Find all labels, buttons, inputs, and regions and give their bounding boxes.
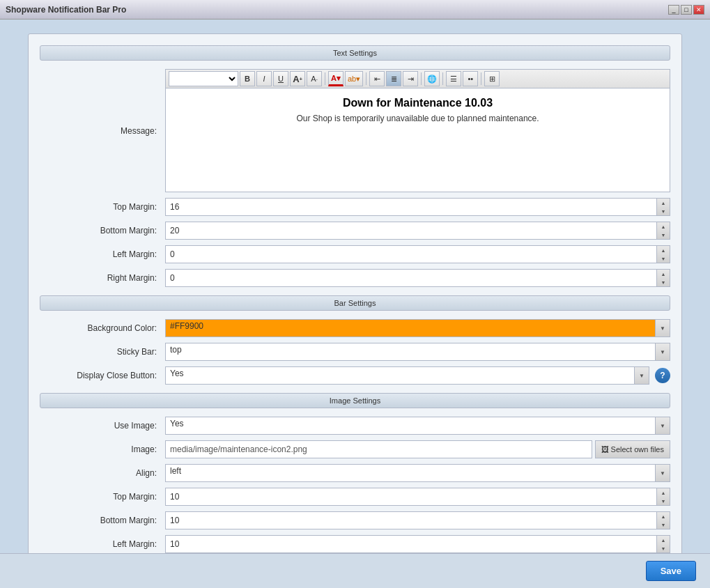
text-top-margin-down[interactable]: ▼ [657, 207, 670, 215]
img-bottom-margin-spinner: ▲ ▼ [656, 511, 670, 529]
bar-settings-header: Bar Settings [40, 295, 670, 311]
bg-color-label: Background Color: [40, 323, 165, 333]
text-right-margin-down[interactable]: ▼ [657, 278, 670, 286]
message-editor: B I U A+ A- A▾ ab▾ ⇤ ≣ ⇥ 🌐 [165, 69, 670, 192]
image-settings-header: Image Settings [40, 393, 670, 408]
text-top-margin-control: ▲ ▼ [165, 198, 670, 216]
font-select[interactable] [169, 71, 238, 86]
close-btn-label: Display Close Button: [40, 371, 165, 380]
sticky-bar-row: Sticky Bar: top ▼ [40, 343, 670, 361]
window-controls: _ □ ✕ [668, 5, 704, 15]
use-image-row: Use Image: Yes ▼ [40, 417, 670, 435]
text-bottom-margin-label: Bottom Margin: [40, 226, 165, 235]
message-label: Message: [40, 126, 165, 136]
align-arrow[interactable]: ▼ [655, 464, 670, 482]
text-left-margin-control: ▲ ▼ [165, 245, 670, 263]
toolbar-divider-2 [366, 72, 366, 85]
img-top-margin-label: Top Margin: [40, 492, 165, 502]
text-left-margin-down[interactable]: ▼ [657, 254, 670, 263]
bg-color-input[interactable]: #FF9900 [165, 319, 655, 337]
img-top-margin-down[interactable]: ▼ [657, 497, 670, 505]
underline-button[interactable]: U [273, 71, 288, 86]
text-bottom-margin-control: ▲ ▼ [165, 222, 670, 240]
use-image-input[interactable]: Yes [165, 417, 655, 435]
sticky-bar-control: top ▼ [165, 343, 670, 361]
close-btn-control: Yes ▼ ? [165, 366, 670, 385]
img-bottom-margin-up[interactable]: ▲ [657, 512, 670, 520]
close-btn-arrow[interactable]: ▼ [634, 366, 649, 385]
align-center-button[interactable]: ≣ [386, 71, 401, 86]
toolbar-divider-5 [481, 72, 481, 85]
img-top-margin-input[interactable] [165, 488, 656, 506]
minimize-button[interactable]: _ [668, 5, 679, 15]
img-top-margin-up[interactable]: ▲ [657, 488, 670, 497]
maximize-button[interactable]: □ [681, 5, 692, 15]
img-left-margin-up[interactable]: ▲ [657, 536, 670, 544]
bold-button[interactable]: B [240, 71, 255, 86]
use-image-arrow[interactable]: ▼ [655, 417, 670, 435]
content-area: Text Settings Message: B I U A+ A- A▾ [0, 20, 710, 553]
img-bottom-margin-down[interactable]: ▼ [657, 520, 670, 529]
text-right-margin-input[interactable] [165, 269, 656, 287]
text-top-margin-up[interactable]: ▲ [657, 199, 670, 207]
link-button[interactable]: 🌐 [424, 71, 440, 86]
sticky-bar-arrow[interactable]: ▼ [655, 343, 670, 361]
select-files-button[interactable]: 🖼 Select own files [595, 440, 670, 458]
image-path-input[interactable] [165, 440, 592, 458]
editor-heading: Down for Maintenance 10.03 [174, 97, 661, 109]
img-bottom-margin-row: Bottom Margin: ▲ ▼ [40, 511, 670, 529]
img-left-margin-input[interactable] [165, 535, 656, 553]
img-left-margin-row: Left Margin: ▲ ▼ [40, 535, 670, 553]
toolbar-divider-4 [442, 72, 443, 85]
align-left-button[interactable]: ⇤ [369, 71, 385, 86]
unordered-list-button[interactable]: •• [463, 71, 478, 86]
font-size-up-button[interactable]: A+ [290, 71, 305, 86]
img-bottom-margin-control: ▲ ▼ [165, 511, 670, 529]
image-path-control: 🖼 Select own files [165, 440, 670, 458]
text-left-margin-label: Left Margin: [40, 249, 165, 259]
img-top-margin-row: Top Margin: ▲ ▼ [40, 488, 670, 506]
toolbar-divider-3 [421, 72, 422, 85]
text-right-margin-up[interactable]: ▲ [657, 270, 670, 278]
save-button[interactable]: Save [646, 561, 696, 581]
img-top-margin-control: ▲ ▼ [165, 488, 670, 506]
font-color-button[interactable]: A▾ [328, 71, 344, 86]
editor-body-text: Our Shop is temporarily unavailable due … [174, 114, 661, 123]
image-path-row: Image: 🖼 Select own files [40, 440, 670, 458]
sticky-bar-label: Sticky Bar: [40, 347, 165, 357]
window-title: Shopware Notification Bar Pro [6, 5, 668, 15]
align-label: Align: [40, 468, 165, 478]
titlebar: Shopware Notification Bar Pro _ □ ✕ [0, 0, 710, 20]
close-btn-input[interactable]: Yes [165, 366, 634, 385]
text-right-margin-spinner: ▲ ▼ [656, 269, 670, 287]
close-button[interactable]: ✕ [693, 5, 704, 15]
img-left-margin-spinner: ▲ ▼ [656, 535, 670, 553]
font-size-down-button[interactable]: A- [307, 71, 322, 86]
align-control: left ▼ [165, 464, 670, 482]
help-button[interactable]: ? [655, 368, 670, 383]
sticky-bar-input[interactable]: top [165, 343, 655, 361]
main-panel: Text Settings Message: B I U A+ A- A▾ [28, 33, 682, 553]
ordered-list-button[interactable]: ☰ [446, 71, 461, 86]
bg-color-row: Background Color: #FF9900 ▼ [40, 319, 670, 337]
italic-button[interactable]: I [256, 71, 272, 86]
text-left-margin-up[interactable]: ▲ [657, 246, 670, 254]
bg-color-arrow[interactable]: ▼ [655, 319, 670, 337]
text-left-margin-input[interactable] [165, 245, 656, 263]
text-bottom-margin-down[interactable]: ▼ [657, 231, 670, 239]
text-bottom-margin-up[interactable]: ▲ [657, 222, 670, 231]
text-left-margin-spinner: ▲ ▼ [656, 245, 670, 263]
highlight-button[interactable]: ab▾ [345, 71, 363, 86]
text-bottom-margin-input[interactable] [165, 222, 656, 240]
align-right-button[interactable]: ⇥ [403, 71, 418, 86]
table-button[interactable]: ⊞ [484, 71, 500, 86]
align-input[interactable]: left [165, 464, 655, 482]
folder-icon: 🖼 [601, 445, 609, 454]
message-row: Message: B I U A+ A- A▾ ab▾ ⇤ [40, 69, 670, 192]
text-settings-header: Text Settings [40, 45, 670, 61]
img-left-margin-down[interactable]: ▼ [657, 544, 670, 552]
editor-body[interactable]: Down for Maintenance 10.03 Our Shop is t… [165, 88, 670, 192]
text-top-margin-input[interactable] [165, 198, 656, 216]
text-left-margin-row: Left Margin: ▲ ▼ [40, 245, 670, 263]
img-bottom-margin-input[interactable] [165, 511, 656, 529]
